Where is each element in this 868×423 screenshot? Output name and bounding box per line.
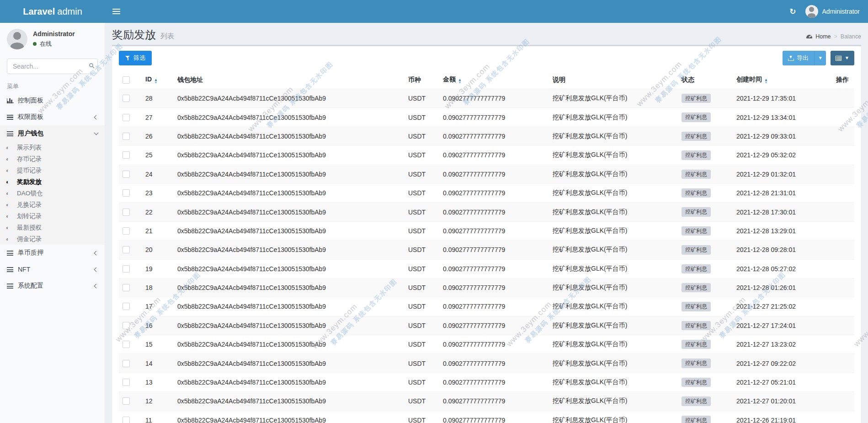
column-header[interactable]: 操作 <box>832 71 854 89</box>
column-header[interactable]: 币种 <box>405 71 439 89</box>
cell-coin: USDT <box>405 354 439 373</box>
cell-amount: 0.0902777777777779 <box>439 89 549 108</box>
column-selector-button[interactable]: ▼ <box>831 51 854 65</box>
cell-coin: USDT <box>405 108 439 127</box>
export-dropdown-button[interactable]: ▼ <box>814 51 826 65</box>
filter-button-label: 筛选 <box>133 54 145 62</box>
row-checkbox[interactable] <box>122 341 130 348</box>
sort-icon[interactable] <box>154 79 158 84</box>
cell-id: 23 <box>142 183 174 202</box>
cell-operations <box>832 89 854 108</box>
menu-item-icon <box>6 225 17 230</box>
filter-button[interactable]: 筛选 <box>119 51 152 65</box>
sidebar-item[interactable]: 奖励发放 <box>0 176 105 187</box>
row-checkbox[interactable] <box>122 417 130 423</box>
cell-wallet-address: 0x5b8b22C9aA24Acb494f8711cCe130051530fbA… <box>174 373 405 391</box>
cell-created-at: 2021-12-28 21:31:01 <box>733 183 832 202</box>
sidebar-item[interactable]: 用户钱包 <box>0 125 105 142</box>
sidebar-item[interactable]: 佣金记录 <box>0 233 105 245</box>
row-checkbox[interactable] <box>122 284 130 291</box>
cell-wallet-address: 0x5b8b22C9aA24Acb494f8711cCe130051530fbA… <box>174 259 405 278</box>
row-checkbox[interactable] <box>122 114 130 121</box>
row-checkbox[interactable] <box>122 95 130 102</box>
column-header[interactable]: ID <box>142 71 174 89</box>
brand-logo[interactable]: Laravel admin <box>0 0 105 23</box>
search-input[interactable] <box>7 59 98 74</box>
cell-created-at: 2021-12-27 17:24:01 <box>733 316 832 335</box>
row-checkbox[interactable] <box>122 189 130 197</box>
cell-coin: USDT <box>405 411 439 423</box>
breadcrumb-home-link[interactable]: Home <box>815 33 831 40</box>
sidebar-item[interactable]: 权限面板 <box>0 109 105 125</box>
column-header[interactable]: 说明 <box>549 71 678 89</box>
records-table: ID 钱包地址 币种 金额 <box>119 71 854 423</box>
cell-id: 17 <box>142 297 174 316</box>
cell-description: 挖矿利息发放GLK(平台币) <box>549 108 678 127</box>
refresh-icon[interactable]: ↻ <box>789 7 796 16</box>
sidebar-item[interactable]: 提币记录 <box>0 165 105 176</box>
sidebar-item[interactable]: 展示列表 <box>0 142 105 153</box>
sidebar: Administrator 在线 菜单 控制面板 权限面板 <box>0 23 105 423</box>
table-row: 13 0x5b8b22C9aA24Acb494f8711cCe130051530… <box>119 373 854 391</box>
row-checkbox[interactable] <box>122 151 130 159</box>
row-checkbox[interactable] <box>122 265 130 273</box>
sidebar-item[interactable]: 划转记录 <box>0 210 105 222</box>
cell-amount: 0.0902777777777779 <box>439 165 549 183</box>
cell-id: 28 <box>142 89 174 108</box>
cell-created-at: 2021-12-28 01:26:01 <box>733 278 832 297</box>
cell-amount: 0.0902777777777779 <box>439 278 549 297</box>
sidebar-item[interactable]: 最新授权 <box>0 222 105 233</box>
cell-coin: USDT <box>405 165 439 183</box>
menu-item-label: 兑换记录 <box>17 201 42 209</box>
row-checkbox[interactable] <box>122 360 130 367</box>
sidebar-item[interactable]: DAO锁仓 <box>0 187 105 199</box>
cell-wallet-address: 0x5b8b22C9aA24Acb494f8711cCe130051530fbA… <box>174 127 405 145</box>
column-header[interactable]: 钱包地址 <box>174 71 405 89</box>
sidebar-item[interactable]: 控制面板 <box>0 92 105 109</box>
row-checkbox[interactable] <box>122 322 130 329</box>
status-badge: 挖矿利息 <box>682 340 711 349</box>
cell-description: 挖矿利息发放GLK(平台币) <box>549 354 678 373</box>
sidebar-item[interactable]: 兑换记录 <box>0 199 105 210</box>
column-header[interactable]: 状态 <box>678 71 733 89</box>
sidebar-item[interactable]: 存币记录 <box>0 153 105 165</box>
search-icon[interactable] <box>89 63 93 67</box>
row-checkbox[interactable] <box>122 379 130 386</box>
table-row: 23 0x5b8b22C9aA24Acb494f8711cCe130051530… <box>119 183 854 202</box>
status-badge: 挖矿利息 <box>682 207 711 216</box>
row-checkbox[interactable] <box>122 246 130 253</box>
cell-operations <box>832 335 854 354</box>
menu-item-icon <box>6 156 17 162</box>
column-header[interactable]: 金额 <box>439 71 549 89</box>
sort-icon[interactable] <box>458 79 462 84</box>
cell-wallet-address: 0x5b8b22C9aA24Acb494f8711cCe130051530fbA… <box>174 203 405 221</box>
row-checkbox[interactable] <box>122 227 130 235</box>
navbar-user-menu[interactable]: Administrator <box>805 5 860 18</box>
sidebar-item[interactable]: 系统配置 <box>0 278 105 294</box>
export-button[interactable]: 导出 <box>783 51 814 65</box>
cell-operations <box>832 127 854 145</box>
sidebar-toggle-button[interactable] <box>105 0 127 23</box>
menu-item-icon <box>6 214 17 219</box>
cell-operations <box>832 354 854 373</box>
row-checkbox[interactable] <box>122 171 130 178</box>
cell-wallet-address: 0x5b8b22C9aA24Acb494f8711cCe130051530fbA… <box>174 146 405 165</box>
filter-icon <box>125 56 130 61</box>
status-badge: 挖矿利息 <box>682 416 711 423</box>
select-all-checkbox[interactable] <box>122 76 130 84</box>
status-badge: 挖矿利息 <box>682 359 711 368</box>
sidebar-item[interactable]: NFT <box>0 261 105 278</box>
status-badge: 挖矿利息 <box>682 302 711 311</box>
row-checkbox[interactable] <box>122 209 130 216</box>
menu-item-label: 最新授权 <box>17 224 42 232</box>
cell-operations <box>832 146 854 165</box>
row-checkbox[interactable] <box>122 303 130 310</box>
cell-operations <box>832 108 854 127</box>
sort-icon[interactable] <box>764 79 768 84</box>
sidebar-item[interactable]: 单币质押 <box>0 245 105 261</box>
row-checkbox[interactable] <box>122 397 130 405</box>
row-checkbox[interactable] <box>122 133 130 140</box>
caret-down-icon: ▼ <box>845 56 849 60</box>
column-header[interactable]: 创建时间 <box>733 71 832 89</box>
cell-amount: 0.0902777777777779 <box>439 259 549 278</box>
